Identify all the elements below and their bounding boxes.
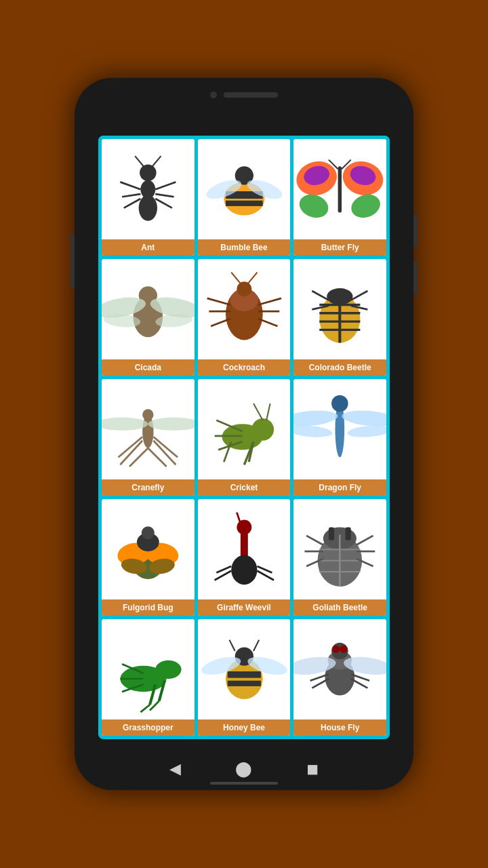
insect-label-fulgorid-bug: Fulgorid Bug <box>102 599 195 616</box>
insect-image-ant <box>102 139 195 239</box>
svg-rect-108 <box>346 527 351 540</box>
insect-image-giraffe-weevil <box>198 499 291 599</box>
insect-card-giraffe-weevil[interactable]: Giraffe Weevil <box>198 499 291 616</box>
insect-label-cricket: Cricket <box>198 479 291 496</box>
svg-point-79 <box>347 424 386 439</box>
svg-line-35 <box>207 298 230 305</box>
insect-card-dragon-fly[interactable]: Dragon Fly <box>293 379 386 496</box>
svg-point-0 <box>139 195 157 220</box>
insect-image-bumble-bee <box>198 139 291 239</box>
insect-card-fulgorid-bug[interactable]: Fulgorid Bug <box>102 499 195 616</box>
svg-point-110 <box>155 660 181 678</box>
back-button[interactable]: ◀ <box>169 760 181 778</box>
svg-line-38 <box>258 298 281 305</box>
svg-line-115 <box>140 705 150 712</box>
insect-image-cranefly <box>102 379 195 479</box>
insect-card-cricket[interactable]: Cricket <box>198 379 291 496</box>
svg-line-124 <box>229 639 235 650</box>
phone-camera <box>210 92 217 98</box>
insect-label-dragon-fly: Dragon Fly <box>293 479 386 496</box>
svg-point-75 <box>331 395 348 412</box>
insect-image-colorado-beetle <box>293 259 386 359</box>
volume-down-button[interactable] <box>413 261 418 295</box>
insect-card-cranefly[interactable]: Cranefly <box>102 379 195 496</box>
svg-line-8 <box>155 199 172 208</box>
insect-image-dragon-fly <box>293 379 386 479</box>
svg-line-42 <box>247 272 257 283</box>
svg-point-130 <box>340 645 348 652</box>
insect-label-honey-bee: Honey Bee <box>198 719 291 736</box>
insect-image-goliath-beetle <box>293 499 386 599</box>
svg-point-57 <box>148 417 194 430</box>
phone-screen: Ant Bumble Bee Butter Fly Cicada <box>98 136 390 739</box>
svg-rect-120 <box>227 680 260 686</box>
insect-image-fulgorid-bug <box>102 499 195 599</box>
insect-label-colorado-beetle: Colorado Beetle <box>293 359 386 376</box>
insect-label-cranefly: Cranefly <box>102 479 195 496</box>
svg-line-73 <box>266 403 270 420</box>
svg-line-10 <box>152 156 161 167</box>
svg-line-104 <box>357 535 373 545</box>
svg-rect-13 <box>226 200 263 205</box>
insect-grid: Ant Bumble Bee Butter Fly Cicada <box>98 136 390 739</box>
svg-point-34 <box>237 281 251 296</box>
svg-line-5 <box>124 199 141 208</box>
svg-line-9 <box>135 156 144 167</box>
bottom-indicator <box>210 782 278 785</box>
svg-line-125 <box>253 639 259 650</box>
insect-card-colorado-beetle[interactable]: Colorado Beetle <box>293 259 386 376</box>
phone-speaker <box>224 92 278 98</box>
insect-card-housefly[interactable]: House Fly <box>293 619 386 736</box>
insect-label-bumble-bee: Bumble Bee <box>198 239 291 256</box>
phone-top-bar <box>210 92 278 98</box>
phone-frame: Ant Bumble Bee Butter Fly Cicada <box>75 78 413 790</box>
svg-line-51 <box>351 291 368 300</box>
svg-point-20 <box>348 191 384 222</box>
insect-card-grasshopper[interactable]: Grasshopper <box>102 619 195 736</box>
insect-card-ant[interactable]: Ant <box>102 139 195 256</box>
insect-label-cockroach: Cockroach <box>198 359 291 376</box>
svg-line-90 <box>237 512 240 523</box>
svg-point-55 <box>142 409 153 420</box>
insect-card-honey-bee[interactable]: Honey Bee <box>198 619 291 736</box>
svg-point-19 <box>296 191 331 222</box>
insect-card-butterfly[interactable]: Butter Fly <box>293 139 386 256</box>
insect-card-goliath-beetle[interactable]: Goliath Beetle <box>293 499 386 616</box>
svg-point-1 <box>140 180 155 198</box>
svg-point-49 <box>327 288 353 305</box>
insect-label-housefly: House Fly <box>293 719 386 736</box>
insect-label-ant: Ant <box>102 239 195 256</box>
insect-image-cicada <box>102 259 195 359</box>
svg-point-65 <box>251 418 274 441</box>
insect-image-cockroach <box>198 259 291 359</box>
svg-line-4 <box>122 194 140 197</box>
insect-image-grasshopper <box>102 619 195 719</box>
svg-line-50 <box>312 291 329 300</box>
svg-rect-119 <box>227 671 260 678</box>
svg-rect-23 <box>338 166 342 212</box>
insect-image-honey-bee <box>198 619 291 719</box>
insect-image-housefly <box>293 619 386 719</box>
svg-point-2 <box>140 164 157 181</box>
insect-label-cicada: Cicada <box>102 359 195 376</box>
insect-label-butterfly: Butter Fly <box>293 239 386 256</box>
svg-point-76 <box>293 408 338 428</box>
power-button[interactable] <box>70 234 75 288</box>
svg-line-41 <box>231 272 241 283</box>
insect-image-butterfly <box>293 139 386 239</box>
svg-line-3 <box>120 182 140 189</box>
insect-label-giraffe-weevil: Giraffe Weevil <box>198 599 291 616</box>
svg-point-89 <box>237 519 251 534</box>
insect-card-cockroach[interactable]: Cockroach <box>198 259 291 376</box>
navigation-bar: ◀ ⬤ ◼ <box>142 760 346 778</box>
insect-card-cicada[interactable]: Cicada <box>102 259 195 376</box>
svg-line-7 <box>155 194 174 197</box>
svg-rect-107 <box>329 527 334 540</box>
svg-point-77 <box>342 408 386 428</box>
svg-point-129 <box>333 645 340 652</box>
volume-up-button[interactable] <box>413 214 418 248</box>
recent-apps-button[interactable]: ◼ <box>306 760 319 778</box>
home-button[interactable]: ⬤ <box>235 760 252 778</box>
svg-point-88 <box>231 555 257 585</box>
insect-card-bumble-bee[interactable]: Bumble Bee <box>198 139 291 256</box>
